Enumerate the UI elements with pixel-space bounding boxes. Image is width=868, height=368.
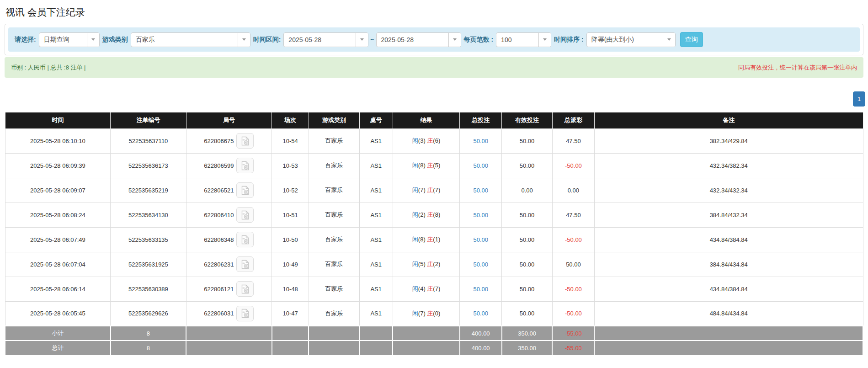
result-player-label: 闲 [412, 162, 418, 169]
cell-bet-number: 522535631925 [111, 252, 186, 277]
grandtotal-row-empty-table [359, 341, 393, 355]
video-playback-button[interactable] [236, 133, 254, 149]
game-type-input[interactable] [131, 33, 238, 47]
total-bet-link[interactable]: 50.00 [473, 310, 488, 317]
subtotal-row-empty-result [393, 326, 459, 341]
date-from-combobox [283, 32, 368, 47]
cell-result: 闲(3) 庄(6) [393, 128, 459, 153]
grandtotal-row: 总计8400.00350.00-55.00 [5, 341, 863, 355]
result-player-label: 闲 [412, 310, 418, 317]
total-bet-link[interactable]: 50.00 [473, 162, 488, 169]
game-type-dropdown-toggle[interactable] [238, 33, 250, 47]
page-title: 视讯 会员下注纪录 [5, 6, 868, 19]
cell-table-number: AS1 [359, 277, 393, 301]
cell-round-number: 622806348 [186, 227, 272, 252]
cell-result: 闲(7) 庄(0) [393, 301, 459, 326]
cell-bet-number: 522535634130 [111, 203, 186, 227]
cell-game-type: 百家乐 [309, 178, 359, 203]
cell-game-type: 百家乐 [309, 153, 359, 178]
subtotal-row-label: 小计 [5, 326, 111, 341]
page-button-1[interactable]: 1 [853, 91, 865, 107]
cell-round-number: 622806031 [186, 301, 272, 326]
result-banker-score: (7) [433, 187, 440, 193]
caret-down-icon [91, 38, 95, 41]
cell-result: 闲(5) 庄(2) [393, 252, 459, 277]
cell-valid-bet: 50.00 [502, 301, 553, 326]
subtotal-row-valid-bet: 350.00 [502, 326, 553, 341]
video-playback-button[interactable] [236, 158, 254, 173]
date-from-input[interactable] [284, 33, 356, 47]
round-number-text: 622806599 [204, 162, 234, 169]
round-number-text: 622806231 [204, 261, 234, 268]
time-sort-dropdown-toggle[interactable] [663, 33, 675, 47]
search-button[interactable]: 查询 [680, 32, 703, 47]
cell-total-bet: 50.00 [460, 277, 502, 301]
cell-result: 闲(8) 庄(1) [393, 227, 459, 252]
total-bet-link[interactable]: 50.00 [473, 138, 488, 144]
video-playback-button[interactable] [236, 207, 254, 223]
cell-total-bet: 50.00 [460, 178, 502, 203]
cell-table-number: AS1 [359, 178, 393, 203]
cell-session: 10-49 [272, 252, 309, 277]
page-size-dropdown-toggle[interactable] [538, 33, 551, 47]
caret-down-icon [543, 38, 547, 41]
video-playback-button[interactable] [236, 306, 254, 321]
cell-valid-bet: 0.00 [502, 178, 553, 203]
result-banker-label: 庄 [427, 236, 433, 243]
date-from-dropdown-toggle[interactable] [356, 33, 368, 47]
video-playback-button[interactable] [236, 182, 254, 198]
select-mode-dropdown-toggle[interactable] [87, 33, 99, 47]
cell-result: 闲(4) 庄(7) [393, 277, 459, 301]
grandtotal-row-valid-bet: 350.00 [502, 341, 553, 355]
total-bet-link[interactable]: 50.00 [473, 187, 488, 194]
table-row: 2025-05-28 06:06:14522535630389622806121… [5, 277, 863, 301]
result-player-score: (2) [418, 211, 426, 218]
date-to-input[interactable] [377, 33, 448, 47]
result-banker-score: (0) [433, 310, 440, 317]
video-record-file-icon [241, 186, 250, 195]
cell-bet-number: 522535633135 [111, 227, 186, 252]
page-size-input[interactable] [496, 33, 538, 47]
cell-payout: -50.00 [552, 277, 594, 301]
cell-round-number: 622806121 [186, 277, 272, 301]
total-bet-link[interactable]: 50.00 [473, 212, 488, 219]
cell-bet-number: 522535637110 [111, 128, 186, 153]
cell-remark: 432.34/432.34 [594, 178, 863, 203]
cell-remark: 432.34/382.34 [594, 153, 863, 178]
cell-session: 10-53 [272, 153, 309, 178]
cell-game-type: 百家乐 [309, 301, 359, 326]
page-size-label: 每页笔数 : [464, 36, 494, 44]
video-playback-button[interactable] [236, 232, 254, 247]
subtotal-row-count: 8 [111, 326, 186, 341]
table-row: 2025-05-28 06:07:49522535633135622806348… [5, 227, 863, 252]
video-record-file-icon [241, 136, 250, 146]
video-playback-button[interactable] [236, 281, 254, 297]
total-bet-link[interactable]: 50.00 [473, 261, 488, 268]
result-player-label: 闲 [412, 236, 418, 243]
video-playback-button[interactable] [236, 256, 254, 272]
date-to-dropdown-toggle[interactable] [448, 33, 461, 47]
valid-bet-notice: 同局有效投注，统一计算在该局第一张注单内 [738, 64, 857, 72]
round-number-text: 622806121 [204, 286, 234, 293]
cell-remark: 384.84/432.34 [594, 203, 863, 227]
subtotal-row-empty-table [359, 326, 393, 341]
cell-result: 闲(7) 庄(7) [393, 178, 459, 203]
round-cell: 622806521 [204, 182, 254, 198]
round-cell: 622806675 [204, 133, 254, 149]
table-row: 2025-05-28 06:05:45522535629626622806031… [5, 301, 863, 326]
cell-round-number: 622806231 [186, 252, 272, 277]
select-mode-input[interactable] [39, 33, 87, 47]
table-row: 2025-05-28 06:08:24522535634130622806410… [5, 203, 863, 227]
grandtotal-row-total-bet: 400.00 [460, 341, 502, 355]
grandtotal-row-payout: -55.00 [552, 341, 594, 355]
cell-payout: 47.50 [552, 203, 594, 227]
cell-payout: 47.50 [552, 128, 594, 153]
result-player-label: 闲 [412, 187, 418, 193]
table-header-row: 时间注单编号局号场次游戏类别桌号结果总投注有效投注总派彩备注 [5, 112, 863, 128]
total-bet-link[interactable]: 50.00 [473, 286, 488, 293]
round-cell: 622806410 [204, 207, 254, 223]
column-header-3: 场次 [272, 112, 309, 128]
result-banker-score: (7) [433, 285, 440, 292]
time-sort-input[interactable] [587, 33, 663, 47]
total-bet-link[interactable]: 50.00 [473, 236, 488, 243]
